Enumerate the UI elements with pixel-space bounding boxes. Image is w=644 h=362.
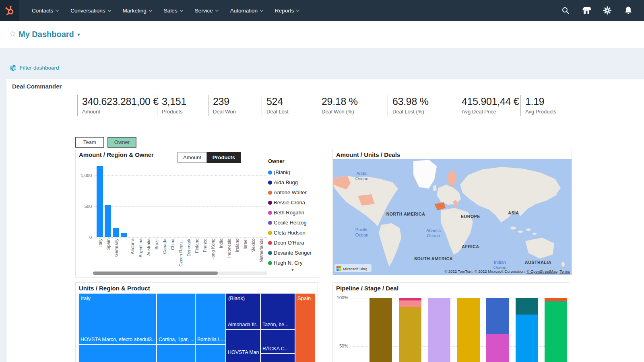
treemap-cell[interactable]: [295, 293, 316, 362]
legend-item-label: (Blank): [274, 169, 290, 175]
x-axis-label-india: India: [219, 239, 223, 270]
x-axis-label-israel: Israel: [243, 239, 248, 270]
treemap-cell[interactable]: [157, 344, 195, 362]
y-axis-tick: 500: [76, 204, 92, 209]
kpi-value: 340.623.281,00 €: [82, 96, 154, 107]
kpi-deal-won: 29.18 %Deal Won (%): [317, 95, 388, 116]
pipeline-bar-1[interactable]: [369, 298, 392, 362]
nav-item-contacts[interactable]: Contacts: [26, 0, 64, 21]
chart-scrollbar-track[interactable]: [93, 272, 267, 275]
treemap-cell[interactable]: [226, 329, 260, 362]
dashboard-title[interactable]: My Dashboard: [19, 30, 74, 39]
chevron-down-icon: [107, 8, 111, 11]
legend-item-bessie-crona[interactable]: Bessie Crona: [268, 197, 318, 208]
legend-item-devante-senger[interactable]: Devante Senger: [268, 248, 318, 258]
treemap-region-spain: Spain: [295, 293, 316, 362]
world-map[interactable]: ArcticOceanNORTH AMERICAEUROPEASIAPacifi…: [333, 159, 572, 275]
owner-legend: Owner (Blank)Aida BuggAntone WalterBessi…: [268, 158, 318, 268]
bar-italy[interactable]: [97, 166, 103, 237]
legend-item-hugh-n-cry[interactable]: Hugh N. Cry: [268, 258, 318, 268]
treemap-cell[interactable]: [260, 329, 295, 354]
legend-item-deon-o-hara[interactable]: Deon O'Hara: [268, 238, 318, 248]
legend-color-dot: [268, 191, 272, 195]
legend-item-beth-rogahn[interactable]: Beth Rogahn: [268, 208, 318, 218]
amount-units-deals-map-panel: Amount / Units / Deals: [332, 149, 572, 275]
legend-scroll-down-icon[interactable]: ▼: [291, 267, 295, 272]
filter-dashboard-link[interactable]: Filter dashboard: [10, 65, 59, 71]
top-navigation-bar: ContactsConversationsMarketingSalesServi…: [0, 0, 644, 21]
pipeline-bar-4[interactable]: [457, 298, 480, 362]
amount-region-owner-chart-panel: Amount / Region & Owner Amount Products …: [75, 149, 319, 278]
map-attribution[interactable]: © 2022 TomTom, © 2022 Microsoft Corporat…: [444, 269, 570, 274]
gridline: [93, 237, 267, 238]
kpi-label: Amount: [82, 109, 154, 115]
kpi-value: 3,151: [162, 96, 205, 107]
kpi-label: Deal Won (%): [322, 109, 384, 115]
treemap-cell[interactable]: [195, 344, 226, 362]
treemap-cell[interactable]: [195, 293, 226, 344]
marketplace-icon[interactable]: [582, 6, 591, 15]
settings-gear-icon[interactable]: [603, 6, 612, 15]
treemap-cell[interactable]: [157, 293, 195, 344]
nav-item-sales[interactable]: Sales: [158, 0, 189, 21]
pipeline-bar-5[interactable]: [486, 298, 509, 362]
chart-scrollbar-thumb[interactable]: [93, 272, 218, 275]
pipeline-bar-7[interactable]: [545, 298, 567, 362]
chevron-down-icon: [149, 8, 152, 11]
owner-slicer-button[interactable]: Owner: [107, 137, 136, 148]
nav-item-label: Marketing: [123, 8, 147, 14]
bar-blank[interactable]: [121, 233, 127, 237]
nav-item-reports[interactable]: Reports: [269, 0, 305, 21]
dashboard-dropdown-caret-icon[interactable]: ▼: [76, 32, 81, 37]
products-toggle-button[interactable]: Products: [207, 152, 241, 163]
y-axis-tick: 100%: [334, 295, 348, 300]
treemap-cell[interactable]: [260, 293, 295, 329]
notifications-bell-icon[interactable]: [624, 6, 633, 15]
hubspot-logo[interactable]: [0, 0, 19, 21]
pipeline-bar-3[interactable]: [428, 298, 450, 362]
search-icon[interactable]: [561, 6, 570, 15]
pipeline-segment: [457, 298, 480, 362]
pipeline-segment: [516, 298, 538, 315]
treemap-cell[interactable]: [226, 293, 260, 329]
pipeline-title: Pipeline / Stage / Deal: [336, 285, 398, 292]
treemap-region-italy: HOVSTA Marco, efecto abedul3...Cortina, …: [78, 293, 226, 362]
kpi-deal-won: 239Deal Won: [208, 95, 262, 116]
legend-item-cecile-herzog[interactable]: Cecile Herzog: [268, 218, 318, 228]
chevron-down-icon: [180, 8, 183, 11]
x-axis-label-mexico: Mexico: [251, 239, 256, 270]
y-axis-tick: 1,000: [76, 173, 92, 178]
legend-item-aida-bugg[interactable]: Aida Bugg: [268, 177, 318, 187]
x-axis-label-germany: Germany: [114, 239, 119, 270]
kpi-products: 3,151Products: [157, 95, 208, 116]
pipeline-bar-2[interactable]: [399, 298, 421, 362]
nav-item-automation[interactable]: Automation: [224, 0, 269, 21]
pipeline-bar-6[interactable]: [516, 298, 538, 362]
treemap-cell[interactable]: [260, 354, 295, 362]
kpi-amount: 340.623.281,00 €Amount: [77, 95, 157, 116]
legend-item-cleta-hudson[interactable]: Cleta Hudson: [268, 228, 318, 238]
bar-spain[interactable]: [105, 205, 111, 237]
x-axis-label-brazil: Brazil: [154, 239, 159, 270]
svg-text:Microsoft Bing: Microsoft Bing: [343, 267, 367, 271]
nav-item-conversations[interactable]: Conversations: [64, 0, 116, 21]
map-label-arctic: Arctic: [356, 171, 367, 176]
legend-item-label: Aida Bugg: [274, 179, 298, 185]
x-axis-label-ireland: Ireland: [235, 239, 239, 270]
treemap-cell[interactable]: [78, 344, 157, 362]
nav-item-service[interactable]: Service: [189, 0, 224, 21]
x-axis-label-australia: Australia: [146, 239, 151, 270]
legend-item-antone-walter[interactable]: Antone Walter: [268, 187, 318, 197]
team-slicer-button[interactable]: Team: [75, 137, 104, 148]
nav-item-marketing[interactable]: Marketing: [117, 0, 158, 21]
map-label-pacific: Pacific: [355, 227, 369, 232]
treemap-cell[interactable]: [78, 293, 157, 344]
favorite-star-icon[interactable]: ☆: [9, 29, 17, 39]
x-axis-label-hong-kong: Hong Kong: [211, 239, 215, 270]
y-axis-tick: 50%: [334, 343, 348, 348]
pipeline-segment: [516, 315, 538, 362]
nav-item-label: Contacts: [32, 8, 53, 14]
bar-germany[interactable]: [113, 228, 119, 237]
legend-item-blank[interactable]: (Blank): [268, 167, 318, 177]
amount-toggle-button[interactable]: Amount: [178, 152, 207, 163]
